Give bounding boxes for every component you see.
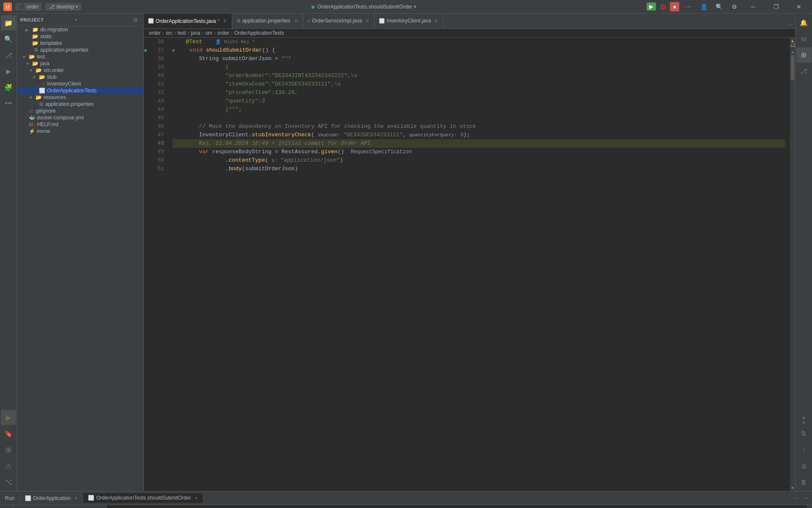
tab-close[interactable]: ✕: [294, 18, 298, 24]
folder-icon: 📂: [36, 94, 42, 100]
settings-button[interactable]: ⚙: [728, 2, 740, 11]
close-button[interactable]: ✕: [789, 0, 809, 14]
tree-item-help-md[interactable]: ▶ M↓ HELP.md: [17, 121, 143, 128]
tree-arrow: ▼: [29, 95, 34, 100]
cls-rest: RestAssured: [281, 149, 318, 155]
tree-item-om-order[interactable]: ▼ 📂 om.order: [17, 67, 143, 74]
tab-order-service-impl[interactable]: ○ OrderServiceImpl.java ✕: [303, 14, 375, 28]
profile-button[interactable]: 👤: [698, 2, 710, 11]
restore-button[interactable]: ❐: [766, 0, 786, 14]
activity-more[interactable]: •••: [1, 96, 16, 111]
tree-item-docker-compose[interactable]: ▶ 🐳 docker-compose.yml: [17, 114, 143, 121]
right-icon-bookmarks[interactable]: M: [796, 31, 812, 47]
run-gutter-icon[interactable]: ▶: [173, 48, 176, 53]
tree-arrow: ▼: [32, 75, 37, 80]
run-config-chevron: ▾: [414, 4, 416, 9]
code-area[interactable]: @Test 👤 Rishi Raj * ▶ void shouldSubmitO…: [167, 38, 790, 491]
tree-item-inventory-client[interactable]: ▶ ○ InventoryClient: [17, 80, 143, 87]
code-line-39: {: [173, 63, 785, 72]
tree-label: .gitignore: [35, 108, 55, 114]
tab-application-properties[interactable]: ⚙ application.properties ✕: [232, 14, 303, 28]
run-output-scrollbar[interactable]: ▲ ▼: [807, 505, 812, 508]
panel-tab-run-label: Run: [5, 495, 14, 501]
tree-item-static[interactable]: ▶ 📂 static: [17, 33, 143, 40]
tree-item-app-props-test[interactable]: ▶ ⚙ application.properties: [17, 101, 143, 108]
activity-run[interactable]: ▶: [1, 64, 16, 79]
panel-minimize-btn[interactable]: ─: [802, 494, 809, 502]
tree-arrow: ▶: [22, 109, 27, 113]
app-icon: IJ: [3, 3, 12, 11]
scroll-up-arrow[interactable]: ▲: [790, 50, 795, 54]
tree-item-app-props-main[interactable]: ▶ ⚙ application.properties: [17, 47, 143, 53]
tab-close[interactable]: ✕: [223, 18, 227, 24]
tab-order-app-tests[interactable]: ⬜ OrderApplicationTests.java * ✕: [144, 14, 232, 28]
titlebar-actions: ▶ 🐞 ■ ⋯ 👤 🔍 ⚙ ─ ❐ ✕: [647, 0, 809, 14]
tree-arrow: ▶: [25, 28, 30, 32]
more-button[interactable]: ⋯: [683, 2, 694, 11]
panel-tab-close2[interactable]: ✕: [195, 496, 198, 500]
warning-scroll-marker[interactable]: ▲: [790, 39, 795, 43]
tree-item-resources[interactable]: ▼ 📂 resources: [17, 94, 143, 101]
str-brace-open: {: [225, 64, 229, 70]
tab-icon: ○: [307, 18, 310, 23]
scroll-thumb[interactable]: [791, 55, 794, 80]
scroll-down[interactable]: ▼: [802, 420, 806, 425]
right-icon-sort-desc[interactable]: ⇅: [796, 426, 812, 441]
activity-git[interactable]: ⌥: [1, 474, 16, 489]
activity-find[interactable]: 🔍: [1, 31, 16, 47]
scroll-up[interactable]: ▲: [802, 415, 806, 420]
activity-bookmark[interactable]: 🔖: [1, 426, 16, 441]
tab-inventory-client[interactable]: ⬜ InventoryClient.java ✕: [375, 14, 444, 28]
panel-tab-should-submit[interactable]: ⬜ OrderApplicationTests.shouldSubmitOrde…: [83, 493, 203, 503]
activity-vcs[interactable]: ⎇: [1, 47, 16, 63]
right-icon-structure[interactable]: ⊞: [796, 47, 812, 63]
line-num-44: 44: [147, 105, 167, 114]
tree-item-templates[interactable]: ▶ 📂 templates: [17, 40, 143, 47]
inlay-sku: skuCode:: [318, 133, 340, 138]
panel-tab-run[interactable]: Run: [0, 494, 20, 503]
minimize-button[interactable]: ─: [743, 0, 763, 14]
right-icon-notifications[interactable]: 🔔: [796, 15, 812, 30]
run-button[interactable]: ▶: [647, 3, 656, 11]
tree-arrow: ▶: [22, 122, 27, 127]
project-tab[interactable]: ⬛ order: [15, 3, 42, 11]
debug-button[interactable]: 🐞: [659, 3, 667, 10]
tree-item-mvnw[interactable]: ▶ ⚡ mvnw: [17, 128, 143, 135]
tab-close[interactable]: ✕: [365, 18, 369, 24]
tree-label: db.migration: [40, 27, 68, 33]
right-icon-git[interactable]: ⎇: [796, 64, 812, 79]
tree-item-java[interactable]: ▼ 📂 java: [17, 60, 143, 67]
right-icon-print[interactable]: 🖨: [796, 458, 812, 473]
run-config-area: ▶ OrderApplicationTests.shouldSubmitOrde…: [85, 4, 643, 10]
str-close: }""";: [225, 106, 242, 113]
right-icon-delete[interactable]: 🗑: [796, 474, 812, 489]
panel-more-btn[interactable]: ⋯: [792, 494, 801, 502]
tab-icon: ⚙: [236, 18, 241, 24]
branch-tab[interactable]: ⎇ develop ▾: [45, 3, 81, 11]
tab-more-btn[interactable]: ⋯: [787, 22, 793, 28]
scroll-up-arrow[interactable]: ▲: [807, 506, 812, 508]
scroll-down-arrow[interactable]: ▼: [790, 486, 795, 490]
tab-close[interactable]: ✕: [434, 18, 438, 24]
panel-tab-close1[interactable]: ✕: [74, 496, 77, 500]
panel-controls: ⋯ ─: [789, 494, 812, 502]
tree-item-test[interactable]: ▼ 📂 test: [17, 53, 143, 60]
activity-structure[interactable]: ⊞: [1, 442, 16, 457]
sidebar-settings-btn[interactable]: ⚙: [131, 16, 140, 24]
activity-run2[interactable]: ▶: [1, 410, 16, 425]
tree-item-stub[interactable]: ▼ 📂 stub: [17, 74, 143, 80]
search-button[interactable]: 🔍: [713, 2, 725, 11]
editor-scrollbar[interactable]: ▲ ⚠2 ▲ ▼: [790, 38, 795, 491]
tree-arrow: ▶: [22, 129, 27, 134]
activity-plugins[interactable]: 🧩: [1, 80, 16, 95]
activity-project[interactable]: 📁: [1, 15, 16, 30]
tree-item-gitignore[interactable]: ▶ ⊘ .gitignore: [17, 108, 143, 114]
kw-var: var: [199, 149, 208, 155]
tree-item-db-migration[interactable]: ▶ 📁 db.migration: [17, 26, 143, 33]
stop-button[interactable]: ■: [670, 2, 679, 11]
tree-item-order-app-tests[interactable]: ▶ ⬜ OrderApplicationTests: [17, 87, 143, 94]
right-icon-sort-asc[interactable]: ↕: [796, 442, 812, 457]
panel-tab-order-app[interactable]: ⬜ OrderApplication ✕: [20, 494, 83, 503]
activity-problems[interactable]: ⚠: [1, 458, 16, 473]
line-num-42: 42: [147, 88, 167, 97]
